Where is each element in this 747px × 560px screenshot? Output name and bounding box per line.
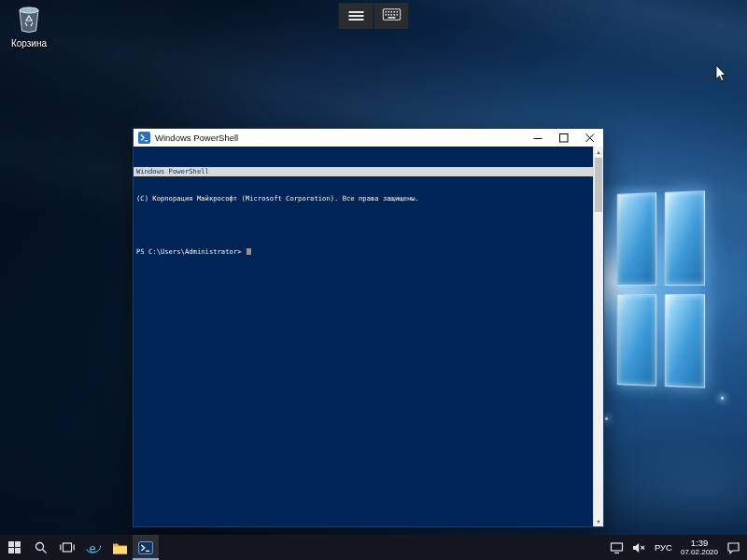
window-title: Windows PowerShell (155, 133, 238, 143)
language-indicator[interactable]: РУС (655, 542, 672, 553)
console-line: (C) Корпорация Майкрософт (Microsoft Cor… (134, 194, 593, 203)
action-center-button[interactable] (726, 541, 740, 554)
start-button[interactable] (0, 535, 28, 560)
task-view-button[interactable] (54, 535, 80, 560)
windows-logo-pane (617, 192, 656, 285)
hamburger-menu-icon (348, 9, 363, 22)
clock-time: 1:39 (681, 538, 718, 548)
vm-keyboard-button[interactable] (374, 3, 409, 29)
text-cursor (247, 248, 251, 255)
search-button[interactable] (28, 535, 54, 560)
window-titlebar[interactable]: Windows PowerShell (134, 129, 603, 147)
powershell-icon (138, 132, 150, 144)
windows-logo-icon (8, 541, 21, 553)
close-button[interactable] (577, 129, 603, 147)
keyboard-icon (382, 7, 401, 24)
recycle-bin-icon[interactable]: Корзина (2, 6, 56, 49)
vm-menu-button[interactable] (339, 3, 374, 29)
scrollbar-thumb[interactable] (595, 158, 602, 212)
taskbar: e (0, 535, 747, 560)
windows-logo-pane (664, 294, 705, 388)
window-controls (525, 129, 603, 147)
internet-explorer-icon: e (86, 540, 102, 555)
console-line-blank (134, 220, 593, 230)
volume-tray-icon[interactable] (632, 542, 646, 553)
task-view-icon (60, 541, 75, 553)
windows-logo-pane (664, 190, 705, 285)
scroll-up-icon[interactable]: ▲ (594, 147, 603, 157)
powershell-taskbar-icon (138, 540, 153, 555)
console-prompt: PS C:\Users\Administrator> (136, 247, 246, 256)
powershell-taskbar-button[interactable] (133, 535, 159, 560)
scroll-down-icon[interactable]: ▼ (594, 516, 603, 526)
clock[interactable]: 1:39 07.02.2020 (681, 538, 718, 557)
network-tray-icon[interactable] (610, 541, 624, 554)
clock-date: 07.02.2020 (681, 548, 718, 557)
windows-logo (617, 190, 705, 388)
windows-logo-pane (617, 293, 656, 385)
console-line-selected: Windows PowerShell (134, 167, 593, 176)
search-icon (35, 541, 48, 554)
recycle-bin-glyph (17, 6, 41, 37)
console-output[interactable]: Windows PowerShell (C) Корпорация Майкро… (134, 147, 593, 526)
internet-explorer-button[interactable]: e (80, 535, 106, 560)
maximize-button[interactable] (551, 129, 577, 147)
desktop: Корзина (0, 0, 747, 560)
folder-icon (112, 541, 128, 554)
console-prompt-line: PS C:\Users\Administrator> (134, 247, 593, 257)
console-scrollbar[interactable]: ▲ ▼ (593, 147, 603, 526)
file-explorer-button[interactable] (106, 535, 133, 560)
taskbar-empty-area (159, 535, 610, 560)
minimize-button[interactable] (525, 129, 551, 147)
recycle-bin-label: Корзина (11, 38, 47, 49)
vm-console-toolbar (339, 3, 409, 29)
system-tray: РУС 1:39 07.02.2020 (610, 535, 747, 560)
powershell-window: Windows PowerShell Windows PowerShell ( (133, 128, 604, 527)
